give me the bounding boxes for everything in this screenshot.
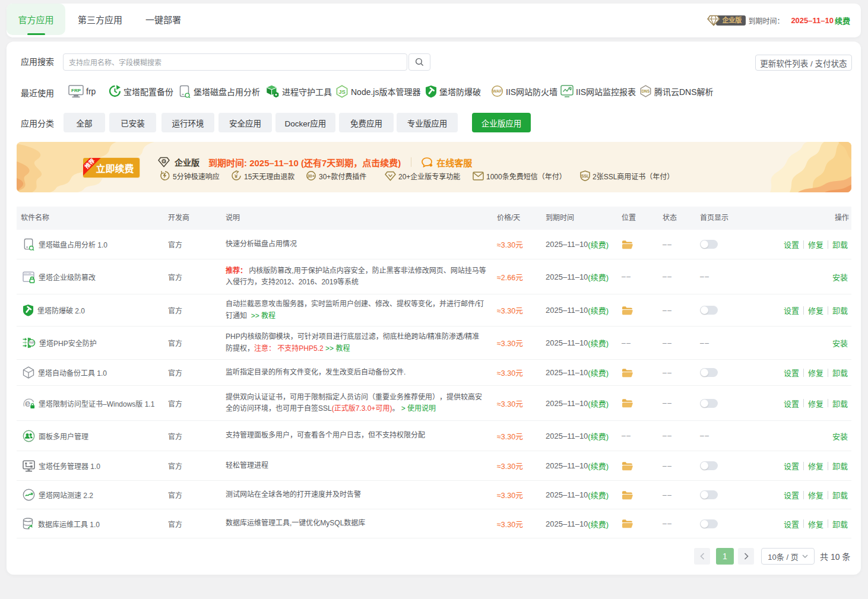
svg-text:JS: JS (338, 88, 346, 95)
svg-text:PHP: PHP (28, 341, 34, 344)
svg-text:WAF: WAF (493, 89, 502, 93)
svg-text:企: 企 (162, 159, 166, 163)
svg-text:¥: ¥ (235, 173, 238, 179)
svg-text:30+: 30+ (308, 173, 315, 179)
svg-text:FRP: FRP (71, 88, 81, 93)
svg-text:DNS: DNS (642, 89, 650, 93)
svg-text:SSL: SSL (581, 174, 589, 178)
